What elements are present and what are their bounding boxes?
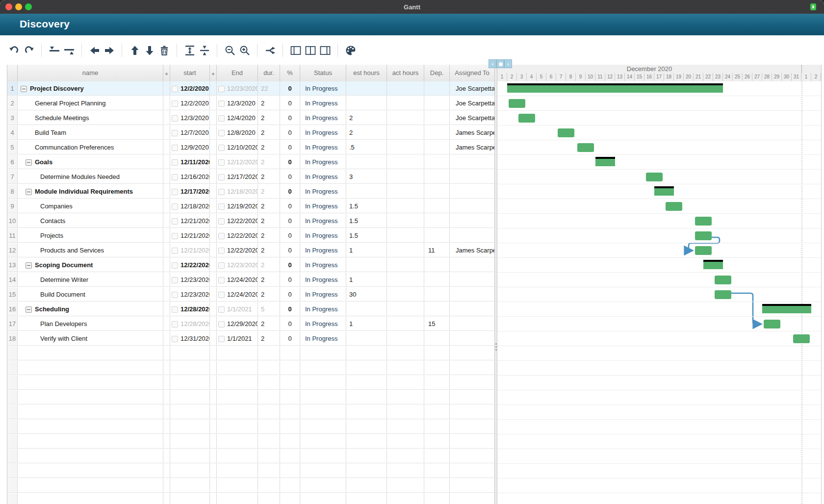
empty-cell[interactable] <box>217 493 258 504</box>
column-header-dep[interactable]: Dep. <box>424 65 450 81</box>
percent-complete-cell[interactable]: 0 <box>280 273 300 287</box>
empty-cell[interactable] <box>163 479 170 493</box>
percent-complete-cell[interactable]: 0 <box>280 140 300 154</box>
empty-cell[interactable] <box>18 390 163 404</box>
empty-cell[interactable] <box>258 464 280 478</box>
empty-cell[interactable] <box>280 493 300 504</box>
date-constraint-checkbox[interactable] <box>172 145 178 151</box>
dependency-cell[interactable] <box>424 258 450 272</box>
empty-cell[interactable] <box>450 493 495 504</box>
end-flag-cell[interactable] <box>210 214 217 228</box>
status-cell[interactable]: In Progress <box>300 111 346 125</box>
est-hours-cell[interactable]: 1 <box>346 317 387 331</box>
task-name-cell[interactable]: Schedule Meetings <box>18 111 163 125</box>
act-hours-cell[interactable] <box>387 126 424 140</box>
act-hours-cell[interactable] <box>387 331 424 346</box>
collapse-rows-icon[interactable] <box>197 43 212 58</box>
row-number[interactable]: 8 <box>7 184 18 199</box>
date-constraint-checkbox[interactable] <box>218 203 225 210</box>
est-hours-cell[interactable]: 1 <box>346 273 387 287</box>
task-name-cell[interactable]: Verify with Client <box>18 331 163 346</box>
end-date-cell[interactable]: 12/23/2020 <box>217 258 258 272</box>
row-number[interactable]: 10 <box>7 214 18 228</box>
end-date-cell[interactable]: 12/17/2020 <box>217 170 258 184</box>
task-name-cell[interactable]: Build Document <box>18 287 163 302</box>
move-right-icon[interactable] <box>102 43 117 58</box>
empty-cell[interactable] <box>300 449 346 463</box>
task-name-cell[interactable]: Contacts <box>18 214 163 228</box>
start-flag-cell[interactable] <box>163 199 170 213</box>
assigned-to-cell[interactable] <box>450 228 495 243</box>
empty-cell[interactable] <box>258 479 280 493</box>
end-flag-cell[interactable] <box>210 228 217 243</box>
task-name-cell[interactable]: Scoping Document <box>18 258 163 272</box>
start-date-cell[interactable]: 12/2/2020 <box>170 96 210 110</box>
duration-cell[interactable]: 2 <box>258 273 280 287</box>
dependency-cell[interactable] <box>424 126 450 140</box>
start-flag-cell[interactable] <box>163 228 170 243</box>
act-hours-cell[interactable] <box>387 81 424 96</box>
act-hours-cell[interactable] <box>387 170 424 184</box>
empty-cell[interactable] <box>217 464 258 478</box>
empty-cell[interactable] <box>163 361 170 375</box>
empty-cell[interactable] <box>280 346 300 360</box>
start-flag-cell[interactable] <box>163 140 170 154</box>
date-constraint-checkbox[interactable] <box>218 115 225 122</box>
start-flag-cell[interactable] <box>163 184 170 199</box>
start-date-cell[interactable]: 12/17/2020 <box>170 184 210 199</box>
row-number[interactable]: 1 <box>7 81 18 96</box>
empty-cell[interactable] <box>300 493 346 504</box>
act-hours-cell[interactable] <box>387 111 424 125</box>
start-date-cell[interactable]: 12/21/2020 <box>170 243 210 257</box>
empty-cell[interactable] <box>387 449 424 463</box>
date-constraint-checkbox[interactable] <box>218 130 225 136</box>
date-constraint-checkbox[interactable] <box>218 86 225 92</box>
empty-cell[interactable] <box>450 346 495 360</box>
empty-cell[interactable] <box>163 420 170 434</box>
percent-complete-cell[interactable]: 0 <box>280 302 300 316</box>
empty-cell[interactable] <box>346 493 387 504</box>
row-number[interactable]: 18 <box>7 331 18 346</box>
task-name-cell[interactable]: Build Team <box>18 126 163 140</box>
start-flag-cell[interactable] <box>163 302 170 316</box>
duration-cell[interactable]: 2 <box>258 214 280 228</box>
task-bar[interactable] <box>666 202 682 211</box>
est-hours-cell[interactable]: 1 <box>346 243 387 257</box>
empty-cell[interactable] <box>387 390 424 404</box>
status-cell[interactable]: In Progress <box>300 287 346 302</box>
empty-cell[interactable] <box>217 420 258 434</box>
act-hours-cell[interactable] <box>387 214 424 228</box>
assigned-to-cell[interactable] <box>450 317 495 331</box>
empty-cell[interactable] <box>450 405 495 419</box>
date-constraint-checkbox[interactable] <box>218 174 225 180</box>
summary-task-bar[interactable] <box>507 83 723 93</box>
empty-cell[interactable] <box>18 420 163 434</box>
duration-cell[interactable]: 2 <box>258 155 280 169</box>
date-constraint-checkbox[interactable] <box>218 159 225 166</box>
summary-task-bar[interactable] <box>703 260 723 269</box>
empty-cell[interactable] <box>387 376 424 390</box>
empty-cell[interactable] <box>280 405 300 419</box>
start-flag-cell[interactable] <box>163 331 170 346</box>
summary-task-bar[interactable] <box>654 186 674 196</box>
end-flag-cell[interactable] <box>210 140 217 154</box>
collapse-toggle-icon[interactable] <box>26 189 32 195</box>
date-constraint-checkbox[interactable] <box>218 306 225 313</box>
date-constraint-checkbox[interactable] <box>218 292 225 298</box>
act-hours-cell[interactable] <box>387 243 424 257</box>
row-number[interactable]: 9 <box>7 199 18 213</box>
empty-cell[interactable] <box>210 493 217 504</box>
start-date-cell[interactable]: 12/21/2020 <box>170 228 210 243</box>
assigned-to-cell[interactable] <box>450 302 495 316</box>
task-name-cell[interactable]: Plan Developers <box>18 317 163 331</box>
empty-cell[interactable] <box>170 390 210 404</box>
collapse-right-button[interactable]: › <box>504 59 512 68</box>
empty-cell[interactable] <box>387 479 424 493</box>
task-bar[interactable] <box>518 114 535 123</box>
end-flag-cell[interactable] <box>210 126 217 140</box>
empty-cell[interactable] <box>18 464 163 478</box>
end-date-cell[interactable]: 12/22/2020 <box>217 228 258 243</box>
end-date-cell[interactable]: 12/29/2020 <box>217 317 258 331</box>
column-header-acthours[interactable]: act hours <box>387 65 424 81</box>
column-header-rownum[interactable] <box>7 65 18 81</box>
